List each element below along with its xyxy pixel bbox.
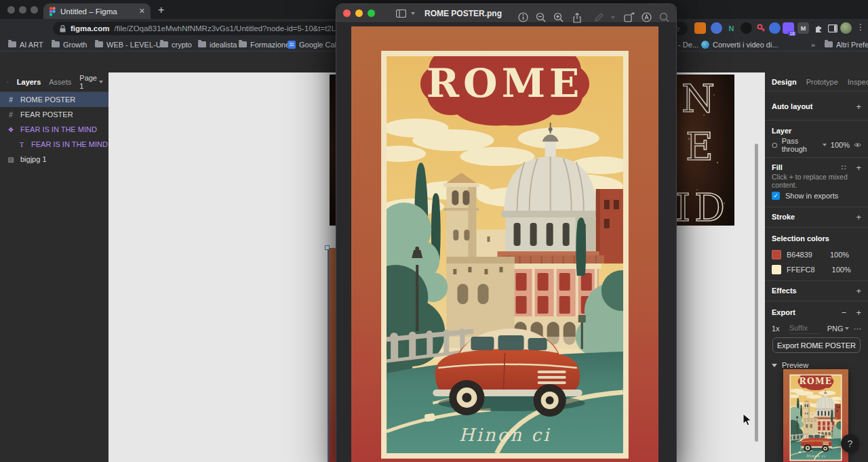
fear-poster-canvas-fragment[interactable]: N E ID (677, 75, 734, 226)
window-minimize-button[interactable] (19, 6, 26, 14)
search-icon[interactable] (659, 12, 670, 23)
export-rome-poster-button[interactable]: Export ROME POSTER (772, 337, 861, 353)
lock-icon (60, 25, 66, 33)
frame-icon: # (7, 96, 15, 104)
browser-tab[interactable]: Untitled – Figma ✕ (43, 3, 151, 19)
bookmark-item[interactable]: Converti i video di... (701, 41, 778, 49)
visibility-eye-icon[interactable] (854, 142, 861, 148)
new-tab-button[interactable]: + (158, 4, 164, 16)
zoom-out-icon[interactable] (536, 12, 547, 23)
chevron-down-icon (823, 144, 827, 146)
bookmark-item[interactable]: idealista (198, 41, 237, 49)
layer-row-fear-component[interactable]: ❖ FEAR IS IN THE MIND (0, 122, 108, 137)
tab-prototype[interactable]: Prototype (806, 78, 838, 86)
bookmarks-overflow-icon[interactable]: » (811, 41, 815, 49)
auto-layout-section: Auto layout + (765, 100, 868, 113)
folder-icon (160, 41, 168, 47)
video-converter-icon (701, 41, 709, 49)
purple-extension-icon[interactable]: 18 (783, 22, 794, 34)
selection-color-row[interactable]: B64839 100% (765, 248, 868, 261)
export-format-dropdown[interactable]: PNG (827, 324, 850, 333)
m-extension-icon[interactable]: M (797, 22, 809, 34)
layer-row-bigjpg[interactable]: ▨ bigjpg 1 (0, 152, 108, 167)
tab-inspect[interactable]: Inspect (848, 78, 868, 86)
mouse-cursor (743, 413, 752, 427)
layer-row-fear-text[interactable]: T FEAR IS IN THE MIND (0, 137, 108, 152)
bookmark-folder-altri[interactable]: Altri Preferiti (825, 41, 868, 49)
color-swatch[interactable] (772, 250, 781, 259)
add-auto-layout-icon[interactable]: + (856, 102, 861, 112)
layer-row-rome-poster[interactable]: # ROME POSTER (0, 92, 108, 107)
blend-mode-dropdown[interactable]: Pass through (782, 137, 816, 153)
export-more-icon[interactable]: ⋯ (854, 324, 861, 333)
add-fill-icon[interactable]: + (856, 163, 861, 173)
rome-poster-art: ROME (351, 26, 658, 462)
bookmark-item[interactable]: crypto (160, 41, 192, 49)
info-icon[interactable] (518, 12, 528, 22)
password-key-extension-icon[interactable] (755, 22, 767, 34)
minimize-button[interactable] (355, 9, 363, 17)
zoom-button[interactable] (368, 9, 375, 17)
show-in-exports-checkbox[interactable]: ✓ (772, 192, 780, 200)
sidepanel-icon[interactable] (827, 22, 838, 34)
quicklook-window[interactable]: ROME POSTER.png (336, 3, 677, 462)
component-icon: ❖ (7, 126, 15, 133)
remove-export-icon[interactable]: − (842, 308, 847, 318)
canvas-scrollbar[interactable] (755, 144, 758, 442)
add-effect-icon[interactable]: + (856, 286, 861, 296)
profile-avatar[interactable] (840, 22, 852, 34)
blue-extension-icon[interactable] (711, 22, 722, 34)
fill-styles-icon[interactable]: ∷ (841, 163, 846, 172)
stroke-section-label: Stroke (772, 213, 795, 221)
zoom-in-icon[interactable] (553, 12, 564, 23)
add-stroke-icon[interactable]: + (856, 212, 861, 222)
image-layer-icon: ▨ (7, 156, 15, 163)
show-in-exports-label: Show in exports (785, 192, 838, 200)
annotate-icon[interactable] (642, 12, 652, 22)
effects-section-label: Effects (772, 287, 797, 295)
tab-assets[interactable]: Assets (49, 78, 71, 86)
show-in-exports-row: ✓ Show in exports (765, 190, 868, 202)
bookmark-label: Formazione (250, 41, 290, 49)
search-icon[interactable] (7, 79, 9, 86)
chevron-down-icon (99, 81, 103, 83)
export-section-label: Export (772, 308, 795, 316)
thumbnail-view-toggle[interactable] (396, 9, 415, 18)
metamask-extension-icon[interactable] (694, 22, 706, 34)
bookmark-item[interactable]: AI ART (8, 41, 43, 49)
notion-extension-icon[interactable]: N (726, 22, 737, 34)
selection-color-row[interactable]: FFEFC8 100% (765, 263, 868, 276)
bookmark-item[interactable]: Formazione (239, 41, 290, 49)
color-swatch[interactable] (772, 265, 781, 274)
layer-name: FEAR IS IN THE MIND (31, 140, 108, 148)
close-button[interactable] (343, 9, 351, 17)
fear-letter-e: E (686, 125, 713, 169)
chrome-menu-icon[interactable]: ⋮ (856, 22, 865, 32)
export-scale-dropdown[interactable]: 1x (772, 324, 780, 333)
window-close-button[interactable] (7, 6, 15, 14)
color-hex: B64839 (787, 251, 812, 259)
selection-handle[interactable] (325, 245, 330, 250)
circle-extension-icon[interactable] (769, 22, 781, 34)
dark-extension-icon[interactable] (741, 22, 752, 34)
tab-layers[interactable]: Layers (17, 78, 41, 86)
bookmark-item[interactable]: Growth (52, 41, 87, 49)
layer-opacity-value[interactable]: 100% (831, 141, 850, 149)
bookmark-item-partial[interactable]: - De... (678, 41, 698, 49)
share-icon[interactable] (572, 12, 582, 23)
extensions-puzzle-icon[interactable] (812, 22, 824, 34)
rotate-icon[interactable] (624, 12, 635, 22)
add-export-icon[interactable]: + (856, 308, 861, 318)
selection-colors-label: Selection colors (772, 234, 829, 243)
layer-row-fear-poster[interactable]: # FEAR POSTER (0, 107, 108, 122)
page-selector[interactable]: Page 1 (79, 74, 103, 90)
bookmark-item[interactable]: WEB - LEVEL-UP (95, 41, 166, 49)
tab-design[interactable]: Design (772, 78, 797, 86)
help-button[interactable]: ? (841, 434, 859, 453)
blend-mode-icon[interactable] (772, 142, 778, 149)
window-zoom-button[interactable] (31, 6, 38, 14)
layer-name: FEAR POSTER (20, 110, 73, 119)
tab-close-icon[interactable]: ✕ (139, 7, 145, 16)
fear-poster-art: N E ID (677, 75, 734, 226)
export-suffix-input[interactable]: Suffix (789, 324, 821, 334)
